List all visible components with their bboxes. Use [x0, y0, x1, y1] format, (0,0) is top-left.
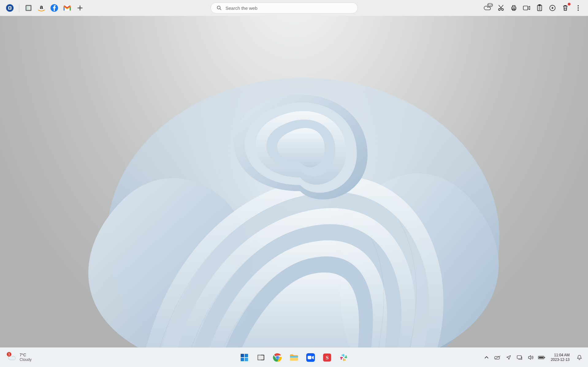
svg-rect-11	[512, 7, 516, 9]
taskbar-center: S	[238, 348, 350, 367]
amazon-icon: a	[37, 3, 46, 13]
clipboard-button[interactable]	[534, 2, 545, 13]
chrome-app[interactable]	[271, 351, 284, 364]
add-shortcut-button[interactable]	[74, 2, 86, 13]
start-button[interactable]	[238, 351, 251, 364]
svg-point-44	[342, 354, 343, 355]
file-explorer-app[interactable]	[287, 351, 301, 364]
sogou-icon: S	[323, 353, 331, 362]
clipboard-icon	[536, 4, 543, 12]
svg-rect-26	[245, 358, 248, 361]
svg-rect-29	[258, 355, 264, 360]
print-button[interactable]	[508, 2, 519, 13]
play-circle-icon	[549, 4, 556, 12]
weather-widget[interactable]: 1 7°C Cloudy	[4, 350, 35, 365]
svg-rect-51	[544, 357, 545, 358]
weather-alert-badge: 1	[7, 352, 11, 357]
svg-rect-25	[241, 358, 244, 361]
onedrive-tray[interactable]	[494, 354, 501, 361]
more-vert-icon	[575, 4, 581, 12]
svg-rect-24	[245, 354, 248, 357]
speed-dial-bar: a	[0, 0, 588, 16]
location-tray[interactable]	[505, 354, 512, 361]
gmail-icon	[63, 3, 72, 13]
volume-tray[interactable]	[527, 354, 534, 361]
svg-point-45	[346, 355, 347, 357]
svg-rect-35	[290, 356, 298, 358]
svg-rect-41	[345, 357, 347, 358]
tray-overflow-button[interactable]	[483, 354, 490, 361]
bloom-graphic	[49, 35, 539, 347]
svg-point-18	[578, 5, 579, 6]
weather-text: 7°C Cloudy	[20, 353, 32, 362]
svg-rect-12	[513, 6, 515, 7]
svg-point-33	[276, 356, 279, 359]
gmail-shortcut[interactable]	[62, 2, 73, 13]
desktop-wallpaper	[0, 16, 588, 347]
opera-icon	[6, 4, 14, 12]
folder-icon	[289, 353, 299, 362]
system-tray: 11:04 AM 2023-12-13	[483, 350, 584, 365]
svg-point-47	[341, 358, 342, 359]
more-button[interactable]	[573, 2, 584, 13]
zoom-app[interactable]	[304, 351, 317, 364]
battery-tray[interactable]	[538, 354, 545, 361]
weather-cloud-icon: 1	[7, 353, 17, 362]
svg-rect-43	[340, 357, 343, 358]
video-icon	[523, 5, 531, 11]
speed-dial-shortcut[interactable]	[23, 2, 34, 13]
trash-icon	[562, 4, 569, 12]
weather-badge: 45	[487, 3, 493, 7]
svg-rect-40	[343, 354, 344, 357]
svg-rect-23	[241, 354, 244, 357]
svg-point-19	[578, 7, 579, 9]
svg-rect-52	[539, 357, 543, 358]
scissors-icon	[497, 4, 505, 12]
svg-text:S: S	[326, 354, 329, 361]
task-view-icon	[257, 353, 265, 362]
svg-point-20	[578, 9, 579, 11]
opera-shortcut[interactable]	[4, 2, 15, 13]
separator	[19, 4, 19, 12]
camera-button[interactable]	[521, 2, 532, 13]
input-tray[interactable]	[516, 354, 523, 361]
plus-icon	[77, 5, 83, 11]
monitor-icon	[517, 355, 523, 360]
sogou-app[interactable]: S	[320, 351, 334, 364]
svg-rect-14	[523, 6, 528, 10]
amazon-shortcut[interactable]: a	[36, 2, 47, 13]
weather-button[interactable]: 45	[483, 2, 494, 13]
svg-rect-37	[308, 356, 311, 359]
clock-button[interactable]: 11:04 AM 2023-12-13	[549, 352, 571, 363]
facebook-icon	[50, 4, 59, 12]
trash-alert-dot	[568, 3, 571, 6]
search-box[interactable]	[211, 2, 358, 13]
svg-rect-42	[343, 358, 344, 361]
slack-app[interactable]	[337, 351, 350, 364]
tiles-icon	[25, 4, 32, 12]
trash-button[interactable]	[560, 2, 571, 13]
chevron-up-icon	[484, 355, 489, 360]
clock-time: 11:04 AM	[551, 353, 570, 358]
speaker-icon	[528, 355, 534, 360]
facebook-shortcut[interactable]	[49, 2, 60, 13]
svg-rect-5	[27, 6, 29, 10]
notifications-button[interactable]	[575, 350, 584, 365]
clock-date: 2023-12-13	[551, 358, 570, 362]
printer-icon	[510, 4, 517, 12]
weather-temp: 7°C	[20, 353, 32, 358]
snip-button[interactable]	[495, 2, 506, 13]
zoom-icon	[306, 353, 315, 362]
task-view-button[interactable]	[254, 351, 268, 364]
svg-point-46	[344, 359, 346, 360]
search-input[interactable]	[226, 6, 352, 11]
chrome-icon	[273, 353, 282, 362]
taskbar: 1 7°C Cloudy	[0, 347, 588, 367]
player-button[interactable]	[547, 2, 558, 13]
location-icon	[506, 355, 511, 360]
svg-text:a: a	[40, 4, 43, 10]
battery-icon	[538, 355, 545, 360]
slack-icon	[339, 353, 348, 362]
svg-rect-2	[9, 7, 10, 9]
search-icon	[216, 5, 222, 11]
